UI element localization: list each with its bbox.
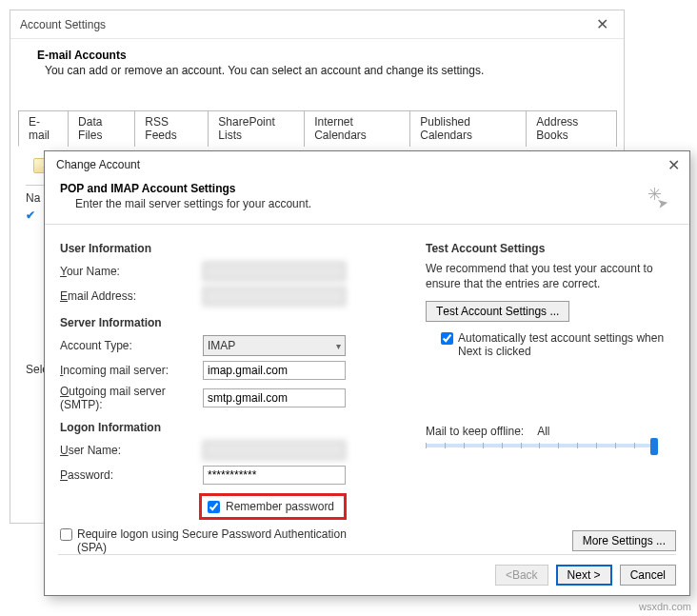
dialog-buttons: < Back Next > Cancel — [58, 554, 676, 586]
test-account-button[interactable]: Test Account Settings ... — [426, 301, 569, 322]
email-label: Email Address: — [60, 289, 203, 303]
account-type-value: IMAP — [208, 339, 235, 352]
dialog-body: User Information YYour Name:our Name: Em… — [45, 225, 689, 560]
more-settings-row: More Settings ... — [572, 530, 676, 551]
tab-sharepoint-lists[interactable]: SharePoint Lists — [208, 110, 305, 147]
mail-offline-label: Mail to keep offline: — [426, 425, 524, 438]
your-name-label: YYour Name:our Name: — [60, 265, 203, 278]
account-settings-header: E-mail Accounts You can add or remove an… — [10, 39, 624, 92]
user-information-header: User Information — [60, 242, 403, 255]
account-type-row: Account Type: IMAP ▾ — [60, 335, 403, 356]
left-column: User Information YYour Name:our Name: Em… — [60, 238, 403, 554]
username-row: User Name: — [60, 440, 403, 461]
account-type-label: Account Type: — [60, 339, 203, 352]
account-settings-title: Account Settings — [20, 18, 106, 31]
outgoing-server-label: Outgoing mail server (SMTP): — [60, 385, 203, 411]
watermark: wsxdn.com — [639, 601, 691, 612]
email-row: Email Address: — [60, 286, 403, 307]
change-account-titlebar: Change Account ✕ — [45, 151, 689, 178]
auto-test-checkbox[interactable] — [441, 332, 453, 345]
tab-email[interactable]: E-mail — [18, 110, 69, 147]
cancel-button[interactable]: Cancel — [620, 565, 676, 586]
outgoing-server-input[interactable] — [203, 388, 346, 407]
change-account-dialog: Change Account ✕ POP and IMAP Account Se… — [44, 150, 690, 596]
more-settings-button[interactable]: More Settings ... — [572, 530, 676, 551]
back-button: < Back — [495, 565, 548, 586]
your-name-input[interactable] — [203, 262, 346, 281]
incoming-server-row: Incoming mail server: — [60, 360, 403, 381]
mail-offline-slider[interactable] — [426, 444, 654, 447]
auto-test-label: Automatically test account settings when… — [458, 331, 674, 358]
email-accounts-sub: You can add or remove an account. You ca… — [37, 64, 607, 77]
password-label: Password: — [60, 468, 203, 482]
name-column-header: Na — [26, 191, 40, 205]
right-column: Test Account Settings We recommend that … — [426, 238, 674, 554]
auto-test-row: Automatically test account settings when… — [426, 331, 674, 358]
username-input[interactable] — [203, 441, 346, 460]
next-button[interactable]: Next > — [556, 565, 612, 586]
server-information-header: Server Information — [60, 316, 403, 329]
spa-label: Require logon using Secure Password Auth… — [77, 527, 347, 554]
tab-address-books[interactable]: Address Books — [526, 110, 617, 147]
slider-thumb[interactable] — [650, 438, 658, 455]
spa-checkbox[interactable] — [60, 528, 72, 541]
account-settings-tabs: E-mail Data Files RSS Feeds SharePoint L… — [18, 109, 616, 147]
tab-data-files[interactable]: Data Files — [68, 110, 135, 147]
email-accounts-heading: E-mail Accounts — [37, 49, 607, 62]
password-row: Password: — [60, 465, 403, 486]
incoming-server-input[interactable] — [203, 361, 346, 380]
mail-offline-row: Mail to keep offline: All — [426, 425, 674, 438]
change-account-title: Change Account — [56, 158, 140, 171]
pop-imap-sub: Enter the mail server settings for your … — [60, 197, 674, 210]
click-cursor-icon — [647, 184, 672, 212]
email-input[interactable] — [203, 287, 346, 306]
remember-password-checkbox[interactable] — [208, 501, 220, 513]
username-label: User Name: — [60, 444, 203, 457]
account-type-select: IMAP ▾ — [203, 335, 346, 356]
spa-row: Require logon using Secure Password Auth… — [60, 527, 403, 554]
chevron-down-icon: ▾ — [336, 341, 341, 351]
your-name-row: YYour Name:our Name: — [60, 261, 403, 282]
remember-password-highlight: Remember password — [199, 493, 347, 520]
logon-information-header: Logon Information — [60, 421, 403, 434]
outgoing-server-row: Outgoing mail server (SMTP): — [60, 385, 403, 411]
test-account-desc: We recommend that you test your account … — [426, 261, 674, 291]
account-settings-close-icon[interactable]: ✕ — [590, 13, 614, 35]
password-input[interactable] — [203, 466, 346, 485]
account-settings-titlebar: Account Settings ✕ — [10, 10, 624, 39]
test-account-settings-header: Test Account Settings — [426, 242, 674, 255]
change-account-close-icon[interactable]: ✕ — [662, 154, 686, 176]
mail-offline-value: All — [537, 425, 549, 438]
remember-password-label: Remember password — [226, 500, 334, 513]
check-icon: ✔ — [26, 209, 35, 222]
tab-published-calendars[interactable]: Published Calendars — [409, 110, 527, 147]
pop-imap-heading: POP and IMAP Account Settings — [60, 182, 674, 195]
incoming-server-label: Incoming mail server: — [60, 364, 203, 377]
tab-internet-calendars[interactable]: Internet Calendars — [304, 110, 410, 147]
tab-rss-feeds[interactable]: RSS Feeds — [134, 110, 209, 147]
dialog-header: POP and IMAP Account Settings Enter the … — [45, 178, 689, 225]
